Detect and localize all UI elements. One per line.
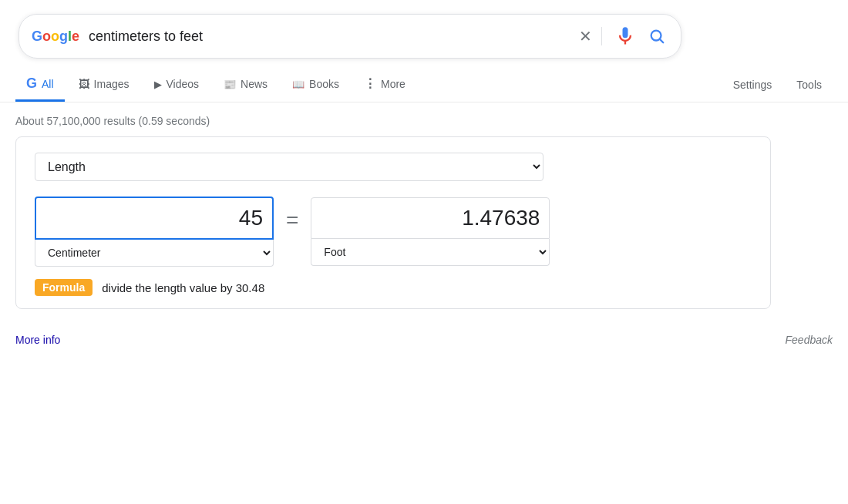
tab-videos-label: Videos [167, 78, 200, 90]
result-value: 1.47638 [311, 197, 550, 239]
all-icon: G [26, 76, 37, 92]
results-count: About 57,100,000 results (0.59 seconds) [15, 115, 210, 127]
feedback-link[interactable]: Feedback [786, 334, 833, 346]
search-bar-area: Google ✕ [0, 0, 848, 68]
search-divider [601, 27, 602, 45]
tools-button[interactable]: Tools [786, 71, 833, 99]
images-icon [79, 77, 89, 91]
news-icon [224, 77, 236, 91]
value-input[interactable] [35, 197, 274, 240]
videos-icon [154, 77, 162, 91]
clear-icon[interactable]: ✕ [579, 27, 592, 45]
result-unit-select[interactable]: Foot [311, 239, 550, 266]
search-bar: Google ✕ [19, 14, 681, 59]
tab-books[interactable]: Books [281, 69, 350, 101]
search-button[interactable] [645, 25, 668, 48]
formula-text: divide the length value by 30.48 [102, 281, 264, 294]
converter-row: Centimeter = 1.47638 Foot [35, 197, 752, 267]
input-unit-select[interactable]: Centimeter [35, 240, 274, 267]
nav-right-actions: Settings Tools [722, 71, 833, 99]
input-group: Centimeter [35, 197, 274, 267]
tab-more[interactable]: More [353, 69, 416, 101]
more-icon [364, 76, 376, 91]
books-icon [292, 77, 305, 91]
tab-news[interactable]: News [213, 69, 278, 101]
tab-all-label: All [42, 78, 54, 90]
tab-news-label: News [241, 78, 268, 90]
tab-more-label: More [381, 78, 405, 90]
converter-card: Length Centimeter = 1.47638 Foot Formula… [15, 136, 771, 309]
formula-row: Formula divide the length value by 30.48 [35, 279, 752, 296]
tab-images[interactable]: Images [68, 69, 140, 101]
results-summary: About 57,100,000 results (0.59 seconds) [0, 102, 848, 136]
tab-all[interactable]: G All [15, 68, 65, 102]
formula-badge: Formula [35, 279, 93, 296]
more-info-link[interactable]: More info [15, 334, 60, 346]
nav-tabs: G All Images Videos News Books More Sett… [0, 68, 848, 102]
settings-button[interactable]: Settings [722, 71, 783, 99]
category-select[interactable]: Length [35, 153, 543, 181]
page-footer: More info Feedback [0, 324, 848, 355]
google-logo: Google [32, 29, 79, 45]
tab-images-label: Images [94, 78, 130, 90]
result-group: 1.47638 Foot [311, 197, 550, 266]
svg-line-1 [660, 39, 663, 42]
equals-sign: = [283, 208, 301, 233]
search-input[interactable] [89, 29, 573, 45]
tab-videos[interactable]: Videos [143, 69, 210, 101]
mic-button[interactable] [611, 22, 639, 50]
tab-books-label: Books [309, 78, 339, 90]
